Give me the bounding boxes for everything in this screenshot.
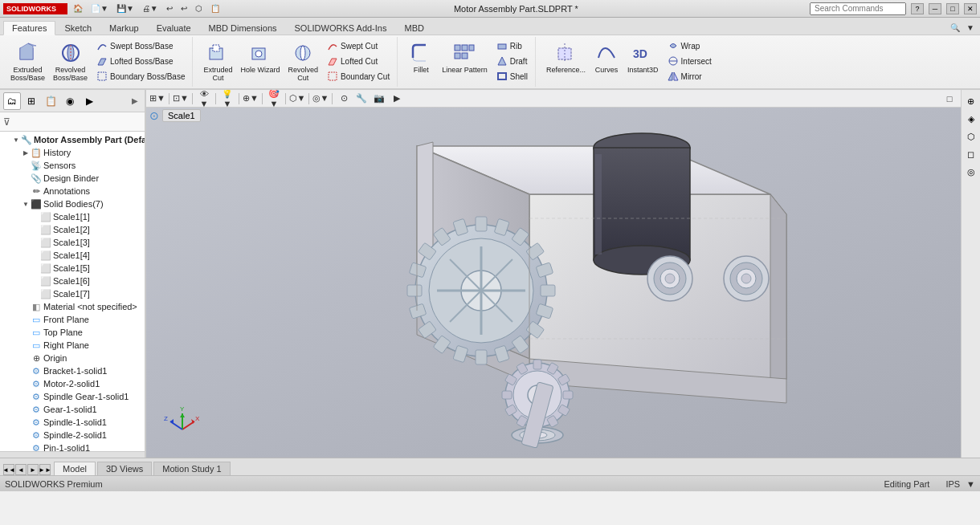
tree-sensors-item[interactable]: 📡 Sensors	[0, 159, 145, 172]
undo-button[interactable]: ↩	[164, 2, 175, 16]
intersect-button[interactable]: Intersect	[664, 54, 714, 68]
home-button[interactable]: 🏠	[71, 2, 85, 16]
viewport-3d[interactable]: X Y Z	[146, 108, 961, 458]
tab-evaluate[interactable]: Evaluate	[148, 21, 200, 35]
tab-markup[interactable]: Markup	[100, 21, 148, 35]
tree-material-item[interactable]: ◧ Material <not specified>	[0, 300, 145, 313]
ribbon-toggle[interactable]: ▼	[964, 20, 977, 35]
options-button[interactable]: 📋	[208, 2, 223, 16]
property-manager-button[interactable]: ⊞	[22, 92, 40, 110]
tab-last-button[interactable]: ►►	[39, 464, 51, 475]
help-button[interactable]: ?	[911, 3, 924, 14]
tree-origin-item[interactable]: ⊕ Origin	[0, 352, 145, 364]
extruded-cut-button[interactable]: ExtrudedCut	[201, 39, 235, 84]
lofted-boss-button[interactable]: Lofted Boss/Base	[93, 54, 187, 68]
tab-first-button[interactable]: ◄◄	[3, 464, 14, 475]
tree-front-plane-item[interactable]: ▭ Front Plane	[0, 313, 145, 326]
display-style-button[interactable]: ⊡▼	[173, 92, 189, 106]
tree-history-item[interactable]: ▶ 📋 History	[0, 146, 145, 159]
tree-scale1-2-item[interactable]: ⬜ Scale1[2]	[0, 223, 145, 236]
tree-toggle-solid[interactable]: ▼	[21, 199, 31, 209]
tab-solidworks-addins[interactable]: SOLIDWORKS Add-Ins	[286, 21, 396, 35]
tree-spindle1-item[interactable]: ⚙ Spindle-1-solid1	[0, 416, 145, 429]
tree-annotations-item[interactable]: ✏ Annotations	[0, 185, 145, 197]
tree-scale1-3-item[interactable]: ⬜ Scale1[3]	[0, 236, 145, 249]
appearance-manager-button[interactable]: ◉	[61, 92, 79, 110]
restore-button[interactable]: □	[946, 3, 959, 14]
tab-3d-views[interactable]: 3D Views	[97, 462, 152, 475]
boundary-boss-button[interactable]: Boundary Boss/Base	[93, 69, 187, 83]
draft-button[interactable]: Draft	[493, 54, 530, 68]
tree-scale1-7-item[interactable]: ⬜ Scale1[7]	[0, 287, 145, 300]
wrap-button[interactable]: Wrap	[664, 39, 714, 53]
tab-mbd-dimensions[interactable]: MBD Dimensions	[200, 21, 286, 35]
vp-maximize-button[interactable]: □	[941, 92, 958, 106]
feature-manager-button[interactable]: 🗂	[3, 92, 21, 110]
swept-cut-button[interactable]: Swept Cut	[324, 39, 392, 53]
right-task-pane-1[interactable]: ⊕	[963, 93, 979, 109]
tab-next-button[interactable]: ►	[27, 464, 39, 475]
tree-motor-item[interactable]: ⚙ Motor-2-solid1	[0, 377, 145, 390]
right-task-pane-5[interactable]: ◎	[963, 164, 979, 180]
curves-button[interactable]: Curves	[591, 39, 622, 76]
search-input[interactable]	[810, 2, 906, 15]
tree-spindle-gear-item[interactable]: ⚙ Spindle Gear-1-solid1	[0, 390, 145, 403]
rebuild-button[interactable]: ⬡	[193, 2, 205, 16]
tree-solid-bodies-item[interactable]: ▼ ⬛ Solid Bodies(7)	[0, 197, 145, 210]
breadcrumb-scale1[interactable]: Scale1	[162, 109, 201, 122]
fillet-button[interactable]: Fillet	[406, 39, 436, 76]
custom-manager-button[interactable]: ▶	[80, 92, 98, 110]
tab-mbd[interactable]: MBD	[395, 21, 432, 35]
right-task-pane-2[interactable]: ◈	[963, 111, 979, 127]
revolve-boss-base-button[interactable]: RevolvedBoss/Base	[51, 39, 90, 84]
boundary-cut-button[interactable]: Boundary Cut	[324, 69, 392, 83]
tree-design-binder-item[interactable]: 📎 Design Binder	[0, 172, 145, 185]
close-button[interactable]: ✕	[964, 3, 977, 14]
rib-button[interactable]: Rib	[493, 39, 530, 53]
tab-features[interactable]: Features	[3, 21, 55, 35]
status-units-dropdown[interactable]: ▼	[966, 479, 975, 489]
ribbon-search[interactable]: 🔍	[948, 20, 962, 35]
shell-button[interactable]: Shell	[493, 69, 530, 83]
tree-toggle[interactable]: ▶	[21, 148, 31, 157]
lighting-button[interactable]: 💡▼	[219, 92, 235, 106]
revolved-cut-button[interactable]: RevolvedCut	[286, 39, 321, 84]
right-task-pane-4[interactable]: ◻	[963, 146, 979, 162]
tree-bracket-item[interactable]: ⚙ Bracket-1-solid1	[0, 364, 145, 377]
tree-root-item[interactable]: ▼ 🔧 Motor Assembly Part (Default<<Def	[0, 133, 145, 146]
tree-scale1-5-item[interactable]: ⬜ Scale1[5]	[0, 262, 145, 275]
minimize-button[interactable]: ─	[929, 3, 941, 14]
tree-spindle2-item[interactable]: ⚙ Spindle-2-solid1	[0, 429, 145, 442]
section-view-button[interactable]: ⊕▼	[243, 92, 259, 106]
panel-scrollbar[interactable]	[0, 451, 145, 458]
tab-prev-button[interactable]: ◄	[15, 464, 27, 475]
tree-top-plane-item[interactable]: ▭ Top Plane	[0, 326, 145, 339]
new-button[interactable]: 📄▼	[88, 2, 111, 16]
hide-show-button[interactable]: 👁▼	[196, 92, 212, 106]
tree-right-plane-item[interactable]: ▭ Right Plane	[0, 339, 145, 352]
mirror-button[interactable]: Mirror	[664, 69, 714, 83]
config-manager-button[interactable]: 📋	[42, 92, 59, 110]
tree-gear-item[interactable]: ⚙ Gear-1-solid1	[0, 403, 145, 416]
tab-sketch[interactable]: Sketch	[55, 21, 100, 35]
reference-button[interactable]: Reference...	[544, 39, 588, 76]
lofted-cut-button[interactable]: Lofted Cut	[324, 54, 392, 68]
view-orient-button[interactable]: ⊞▼	[149, 92, 165, 106]
tab-motion-study[interactable]: Motion Study 1	[153, 462, 230, 475]
tree-scale1-6-item[interactable]: ⬜ Scale1[6]	[0, 275, 145, 287]
redo-button[interactable]: ↩	[178, 2, 190, 16]
tree-scale1-4-item[interactable]: ⬜ Scale1[4]	[0, 249, 145, 262]
tree-toggle[interactable]: ▼	[11, 135, 21, 144]
tab-model[interactable]: Model	[54, 462, 96, 476]
right-task-pane-3[interactable]: ⬡	[963, 128, 979, 144]
swept-boss-button[interactable]: Swept Boss/Base	[93, 39, 187, 53]
tree-pin-item[interactable]: ⚙ Pin-1-solid1	[0, 442, 145, 451]
tree-scale1-1-item[interactable]: ⬜ Scale1[1]	[0, 210, 145, 223]
hole-wizard-button[interactable]: Hole Wizard	[238, 39, 282, 76]
panel-expand-button[interactable]: ▶	[129, 95, 141, 108]
print-button[interactable]: 🖨▼	[140, 2, 161, 16]
linear-pattern-button[interactable]: Linear Pattern	[439, 39, 490, 76]
extrude-boss-base-button[interactable]: ExtrudedBoss/Base	[8, 39, 47, 84]
instant3d-button[interactable]: 3D Instant3D	[625, 39, 661, 76]
save-button[interactable]: 💾▼	[114, 2, 137, 16]
